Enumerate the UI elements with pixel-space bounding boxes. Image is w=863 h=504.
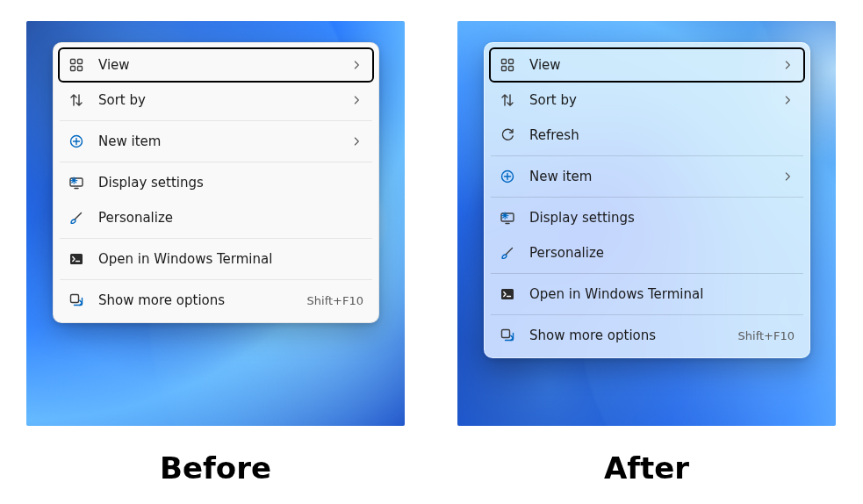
chevron-right-icon bbox=[782, 94, 795, 106]
context-menu-before: ViewSort byNew itemDisplay settingsPerso… bbox=[53, 42, 379, 323]
menu-item-label: New item bbox=[529, 169, 782, 184]
grid-icon bbox=[68, 57, 84, 73]
menu-item-label: Personalize bbox=[529, 245, 795, 261]
menu-separator bbox=[491, 155, 803, 156]
desktop-wallpaper: ViewSort byRefreshNew itemDisplay settin… bbox=[457, 21, 836, 426]
menu-item-label: Open in Windows Terminal bbox=[98, 251, 363, 267]
grid-icon bbox=[500, 57, 515, 73]
menu-separator bbox=[491, 197, 803, 198]
terminal-icon bbox=[500, 286, 515, 302]
menu-item-view[interactable]: View bbox=[58, 47, 374, 83]
menu-item-newitem[interactable]: New item bbox=[489, 159, 805, 194]
menu-item-more[interactable]: Show more optionsShift+F10 bbox=[489, 318, 805, 353]
chevron-right-icon bbox=[782, 170, 795, 183]
menu-separator bbox=[491, 273, 803, 274]
menu-item-shortcut: Shift+F10 bbox=[307, 294, 363, 307]
menu-separator bbox=[60, 120, 372, 121]
before-caption: Before bbox=[160, 450, 271, 486]
menu-item-view[interactable]: View bbox=[489, 47, 805, 83]
menu-item-label: New item bbox=[98, 133, 351, 149]
menu-separator bbox=[60, 162, 372, 162]
before-panel: ViewSort byNew itemDisplay settingsPerso… bbox=[0, 0, 431, 486]
menu-item-label: Show more options bbox=[529, 328, 738, 343]
menu-item-display[interactable]: Display settings bbox=[489, 200, 805, 235]
sort-icon bbox=[68, 92, 84, 108]
menu-item-label: Refresh bbox=[529, 127, 795, 143]
menu-item-sortby[interactable]: Sort by bbox=[58, 83, 374, 118]
display-settings-icon bbox=[500, 210, 515, 226]
menu-item-display[interactable]: Display settings bbox=[58, 165, 374, 200]
menu-item-sortby[interactable]: Sort by bbox=[489, 83, 805, 118]
sort-icon bbox=[500, 92, 515, 108]
menu-item-terminal[interactable]: Open in Windows Terminal bbox=[489, 277, 805, 312]
menu-item-refresh[interactable]: Refresh bbox=[489, 118, 805, 153]
after-panel: ViewSort byRefreshNew itemDisplay settin… bbox=[431, 0, 862, 486]
menu-separator bbox=[60, 279, 372, 280]
menu-item-label: Sort by bbox=[529, 92, 782, 108]
menu-item-label: Sort by bbox=[98, 92, 351, 108]
menu-item-more[interactable]: Show more optionsShift+F10 bbox=[58, 283, 374, 318]
refresh-icon bbox=[500, 127, 515, 143]
chevron-right-icon bbox=[351, 59, 363, 71]
context-menu-after: ViewSort byRefreshNew itemDisplay settin… bbox=[484, 42, 810, 358]
menu-item-label: Display settings bbox=[98, 175, 363, 191]
chevron-right-icon bbox=[782, 59, 795, 71]
menu-item-label: View bbox=[98, 57, 351, 73]
after-caption: After bbox=[604, 450, 689, 486]
desktop-wallpaper: ViewSort byNew itemDisplay settingsPerso… bbox=[26, 21, 405, 426]
menu-item-label: Open in Windows Terminal bbox=[529, 286, 795, 302]
chevron-right-icon bbox=[351, 135, 363, 148]
menu-item-personal[interactable]: Personalize bbox=[489, 235, 805, 270]
menu-item-label: Show more options bbox=[98, 292, 307, 308]
menu-item-newitem[interactable]: New item bbox=[58, 124, 374, 159]
menu-item-label: Personalize bbox=[98, 210, 363, 226]
menu-item-label: View bbox=[529, 57, 782, 73]
brush-icon bbox=[500, 245, 515, 261]
menu-item-shortcut: Shift+F10 bbox=[738, 329, 795, 342]
menu-item-personal[interactable]: Personalize bbox=[58, 200, 374, 235]
terminal-icon bbox=[68, 251, 84, 267]
brush-icon bbox=[68, 210, 84, 226]
more-options-icon bbox=[500, 328, 515, 343]
add-circle-icon bbox=[68, 133, 84, 149]
chevron-right-icon bbox=[351, 94, 363, 106]
menu-item-label: Display settings bbox=[529, 210, 795, 226]
menu-separator bbox=[60, 238, 372, 239]
menu-item-terminal[interactable]: Open in Windows Terminal bbox=[58, 241, 374, 277]
display-settings-icon bbox=[68, 175, 84, 191]
add-circle-icon bbox=[500, 169, 515, 184]
menu-separator bbox=[491, 314, 803, 315]
more-options-icon bbox=[68, 292, 84, 308]
